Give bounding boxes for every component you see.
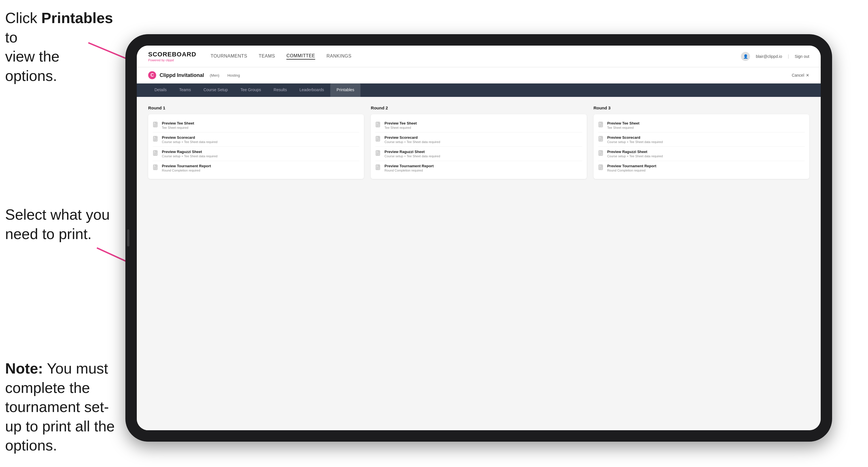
print-item-r3-4[interactable]: Preview Tournament ReportRound Completio… <box>598 161 805 175</box>
nav-rankings[interactable]: RANKINGS <box>327 54 352 59</box>
print-text-r3-1: Preview Tee SheetTee Sheet required <box>607 121 640 129</box>
document-icon <box>153 122 159 129</box>
print-title-r3-4: Preview Tournament Report <box>607 164 656 168</box>
content-area: Round 1 Preview Tee SheetTee Sheet requi… <box>137 97 821 430</box>
print-item-r2-3[interactable]: Preview Raguzzi SheetCourse setup + Tee … <box>375 147 582 161</box>
nav-teams[interactable]: TEAMS <box>259 54 275 59</box>
print-item-r3-1[interactable]: Preview Tee SheetTee Sheet required <box>598 118 805 132</box>
brand-title: SCOREBOARD <box>148 51 196 58</box>
print-note-r2-2: Course setup + Tee Sheet data required <box>384 140 440 144</box>
instruction-middle: Select what you need to print. <box>5 205 114 244</box>
print-text-r1-2: Preview ScorecardCourse setup + Tee Shee… <box>162 135 217 144</box>
print-note-r2-3: Course setup + Tee Sheet data required <box>384 154 440 158</box>
document-icon <box>153 150 159 158</box>
sub-tabs: Details Teams Course Setup Tee Groups Re… <box>137 84 821 97</box>
print-text-r1-3: Preview Raguzzi SheetCourse setup + Tee … <box>162 150 217 158</box>
print-title-r2-4: Preview Tournament Report <box>384 164 433 168</box>
note-bold: Note: <box>5 360 43 377</box>
print-text-r3-3: Preview Raguzzi SheetCourse setup + Tee … <box>607 150 663 158</box>
print-note-r2-4: Round Completion required <box>384 169 433 172</box>
print-item-r1-3[interactable]: Preview Raguzzi SheetCourse setup + Tee … <box>153 147 359 161</box>
print-note-r2-1: Tee Sheet required <box>384 126 416 129</box>
document-icon <box>598 150 604 158</box>
print-title-r3-1: Preview Tee Sheet <box>607 121 640 125</box>
tablet-side-button <box>127 229 129 246</box>
tab-course-setup[interactable]: Course Setup <box>197 84 234 97</box>
top-navigation: SCOREBOARD Powered by clippd TOURNAMENTS… <box>137 45 821 67</box>
print-item-r2-1[interactable]: Preview Tee SheetTee Sheet required <box>375 118 582 132</box>
document-icon <box>375 164 381 172</box>
round-3-title: Round 3 <box>594 105 809 110</box>
round-1-card: Preview Tee SheetTee Sheet required Prev… <box>148 114 364 179</box>
user-avatar: 👤 <box>741 52 750 61</box>
print-note-r3-2: Course setup + Tee Sheet data required <box>607 140 663 144</box>
print-title-r2-3: Preview Raguzzi Sheet <box>384 150 440 154</box>
print-title-r1-2: Preview Scorecard <box>162 135 217 139</box>
print-item-r2-4[interactable]: Preview Tournament ReportRound Completio… <box>375 161 582 175</box>
user-area: 👤 blair@clippd.io | Sign out <box>741 52 809 61</box>
instruction-bottom: Note: You must complete the tournament s… <box>5 359 125 455</box>
print-text-r3-2: Preview ScorecardCourse setup + Tee Shee… <box>607 135 663 144</box>
tab-teams[interactable]: Teams <box>173 84 197 97</box>
brand: SCOREBOARD Powered by clippd <box>148 51 196 62</box>
print-text-r1-4: Preview Tournament ReportRound Completio… <box>162 164 211 172</box>
print-title-r1-3: Preview Raguzzi Sheet <box>162 150 217 154</box>
tournament-header: C Clippd Invitational (Men) Hosting Canc… <box>137 67 821 84</box>
print-item-r1-1[interactable]: Preview Tee SheetTee Sheet required <box>153 118 359 132</box>
document-icon <box>598 122 604 129</box>
print-note-r1-4: Round Completion required <box>162 169 211 172</box>
document-icon <box>598 164 604 172</box>
tablet: SCOREBOARD Powered by clippd TOURNAMENTS… <box>125 34 832 442</box>
nav-committee[interactable]: COMMITTEE <box>286 53 315 60</box>
tournament-icon: C <box>148 71 156 79</box>
print-item-r3-3[interactable]: Preview Raguzzi SheetCourse setup + Tee … <box>598 147 805 161</box>
print-title-r2-2: Preview Scorecard <box>384 135 440 139</box>
print-item-r2-2[interactable]: Preview ScorecardCourse setup + Tee Shee… <box>375 132 582 147</box>
print-note-r3-3: Course setup + Tee Sheet data required <box>607 154 663 158</box>
tournament-logo: C Clippd Invitational (Men) Hosting <box>148 71 240 79</box>
cancel-button[interactable]: Cancel ✕ <box>792 73 809 77</box>
print-note-r3-1: Tee Sheet required <box>607 126 640 129</box>
tab-details[interactable]: Details <box>148 84 173 97</box>
tab-leaderboards[interactable]: Leaderboards <box>293 84 330 97</box>
round-3: Round 3 Preview Tee SheetTee Sheet requi… <box>594 105 809 179</box>
tab-tee-groups[interactable]: Tee Groups <box>234 84 267 97</box>
instruction-top: Click Printables toview the options. <box>5 8 114 86</box>
round-3-card: Preview Tee SheetTee Sheet required Prev… <box>594 114 809 179</box>
print-item-r3-2[interactable]: Preview ScorecardCourse setup + Tee Shee… <box>598 132 805 147</box>
round-2-title: Round 2 <box>371 105 586 110</box>
print-text-r2-2: Preview ScorecardCourse setup + Tee Shee… <box>384 135 440 144</box>
print-title-r1-4: Preview Tournament Report <box>162 164 211 168</box>
print-title-r2-1: Preview Tee Sheet <box>384 121 416 125</box>
document-icon <box>375 122 381 129</box>
round-2: Round 2 Preview Tee SheetTee Sheet requi… <box>371 105 586 179</box>
round-2-card: Preview Tee SheetTee Sheet required Prev… <box>371 114 586 179</box>
nav-tournaments[interactable]: TOURNAMENTS <box>211 54 247 59</box>
print-item-r1-2[interactable]: Preview ScorecardCourse setup + Tee Shee… <box>153 132 359 147</box>
print-note-r1-3: Course setup + Tee Sheet data required <box>162 154 217 158</box>
print-item-r1-4[interactable]: Preview Tournament ReportRound Completio… <box>153 161 359 175</box>
tournament-badge: (Men) <box>210 73 219 77</box>
document-icon <box>598 136 604 143</box>
print-title-r1-1: Preview Tee Sheet <box>162 121 194 125</box>
main-navigation: TOURNAMENTS TEAMS COMMITTEE RANKINGS <box>211 53 741 60</box>
print-title-r3-2: Preview Scorecard <box>607 135 663 139</box>
tab-results[interactable]: Results <box>267 84 293 97</box>
document-icon <box>375 136 381 143</box>
document-icon <box>153 164 159 172</box>
tournament-status: Hosting <box>227 73 240 77</box>
round-1-title: Round 1 <box>148 105 364 110</box>
rounds-container: Round 1 Preview Tee SheetTee Sheet requi… <box>148 105 809 179</box>
user-email: blair@clippd.io <box>756 54 782 59</box>
tab-printables[interactable]: Printables <box>330 84 361 97</box>
brand-subtitle: Powered by clippd <box>148 58 174 62</box>
document-icon <box>153 136 159 143</box>
round-1: Round 1 Preview Tee SheetTee Sheet requi… <box>148 105 364 179</box>
print-text-r3-4: Preview Tournament ReportRound Completio… <box>607 164 656 172</box>
print-title-r3-3: Preview Raguzzi Sheet <box>607 150 663 154</box>
print-text-r2-4: Preview Tournament ReportRound Completio… <box>384 164 433 172</box>
instruction-bold: Printables <box>41 10 113 26</box>
print-note-r1-1: Tee Sheet required <box>162 126 194 129</box>
sign-out-button[interactable]: Sign out <box>795 54 809 59</box>
tournament-name: Clippd Invitational <box>160 72 204 79</box>
